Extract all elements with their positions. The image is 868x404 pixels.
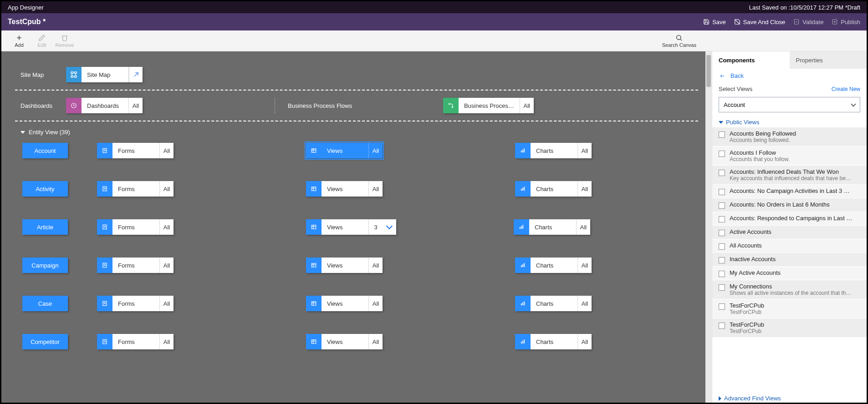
view-checkbox[interactable] — [719, 284, 725, 291]
charts-tile[interactable]: Charts All — [514, 219, 590, 235]
bpf-label: Business Process Flows — [275, 98, 352, 113]
save-button[interactable]: Save — [703, 19, 726, 25]
forms-tile[interactable]: Forms All — [97, 219, 174, 235]
view-checkbox[interactable] — [719, 303, 725, 310]
charts-tile[interactable]: Charts All — [515, 181, 592, 197]
views-tile[interactable]: Views All — [306, 258, 383, 273]
view-item[interactable]: Accounts: No Orders in Last 6 Months — [712, 198, 867, 212]
view-item[interactable]: Inactive Accounts — [712, 253, 867, 267]
sitemap-tile[interactable]: Site Map — [66, 67, 143, 82]
views-tile[interactable]: Views 3 — [306, 219, 396, 235]
view-title: My Connections — [730, 283, 853, 290]
svg-line-6 — [680, 39, 682, 40]
topbar: App Designer Last Saved on :10/5/2017 12… — [1, 1, 867, 13]
view-checkbox[interactable] — [719, 189, 725, 195]
publish-icon — [832, 19, 838, 25]
view-item[interactable]: Accounts: Responded to Campaigns in Last… — [712, 212, 867, 226]
tab-properties[interactable]: Properties — [790, 51, 867, 69]
view-checkbox[interactable] — [719, 170, 725, 176]
charts-all: All — [577, 219, 590, 235]
view-description: Accounts that you follow. — [730, 156, 790, 162]
charts-tile[interactable]: Charts All — [515, 334, 592, 349]
forms-tile[interactable]: Forms All — [97, 181, 174, 197]
view-item[interactable]: My Connections Shows all active instance… — [712, 280, 867, 299]
forms-tile[interactable]: Forms All — [97, 258, 174, 273]
forms-label: Forms — [112, 296, 160, 311]
views-tile[interactable]: Views All — [306, 334, 383, 349]
svg-rect-61 — [524, 301, 525, 305]
views-icon — [306, 219, 322, 235]
entity-tile-case[interactable]: Case — [22, 296, 68, 311]
plus-icon — [15, 34, 23, 41]
svg-rect-69 — [522, 341, 523, 343]
views-label: Views — [322, 181, 369, 197]
public-views-accordion[interactable]: Public Views — [712, 116, 867, 127]
svg-rect-60 — [522, 303, 523, 305]
save-close-icon — [734, 19, 740, 25]
views-tile[interactable]: Views All — [306, 296, 383, 311]
view-item[interactable]: TestForCPub TestForCPub — [712, 299, 867, 318]
view-item[interactable]: All Accounts — [712, 239, 867, 253]
forms-label: Forms — [112, 143, 160, 158]
open-sitemap-arrow[interactable] — [129, 67, 143, 82]
entity-tile-competitor[interactable]: Competitor — [22, 334, 68, 349]
app-title: App Designer — [8, 4, 44, 11]
sitemap-icon — [66, 67, 82, 82]
view-checkbox[interactable] — [719, 271, 725, 277]
views-expand[interactable] — [383, 219, 396, 235]
svg-rect-38 — [311, 225, 316, 229]
views-tile[interactable]: Views All — [306, 181, 383, 197]
svg-point-15 — [449, 103, 449, 104]
forms-icon — [97, 181, 112, 197]
designer-canvas[interactable]: Site Map Site Map Dashboards — [1, 51, 712, 403]
tab-components[interactable]: Components — [712, 51, 790, 69]
forms-tile[interactable]: Forms All — [97, 143, 174, 158]
svg-rect-10 — [74, 76, 77, 77]
view-item[interactable]: Active Accounts — [712, 226, 867, 239]
views-icon — [306, 143, 322, 158]
entity-tile-campaign[interactable]: Campaign — [22, 258, 68, 273]
view-item[interactable]: Accounts I Follow Accounts that you foll… — [712, 146, 867, 166]
view-item[interactable]: My Active Accounts — [712, 267, 867, 280]
views-tile[interactable]: Views All — [306, 143, 383, 158]
forms-tile[interactable]: Forms All — [97, 296, 174, 311]
forms-tile[interactable]: Forms All — [97, 334, 174, 349]
create-new-link[interactable]: Create New — [832, 86, 860, 92]
charts-all: All — [578, 258, 592, 273]
entity-tile-article[interactable]: Article — [22, 219, 68, 235]
search-canvas-button[interactable]: Search Canvas — [662, 34, 696, 48]
view-checkbox[interactable] — [719, 323, 725, 329]
view-checkbox[interactable] — [719, 151, 725, 157]
bpf-tile[interactable]: Business Proces… All — [443, 98, 534, 113]
view-item[interactable]: Accounts Being Followed Accounts being f… — [712, 127, 867, 146]
svg-rect-52 — [524, 263, 525, 267]
dashboards-tile[interactable]: Dashboards All — [66, 98, 143, 113]
view-checkbox[interactable] — [719, 216, 725, 222]
save-and-close-button[interactable]: Save And Close — [734, 19, 786, 25]
entity-select-dropdown[interactable]: Account — [719, 97, 860, 112]
entity-tile-account[interactable]: Account — [22, 143, 68, 158]
view-checkbox[interactable] — [719, 202, 725, 209]
view-checkbox[interactable] — [719, 243, 725, 250]
entity-view-header[interactable]: Entity View (39) — [15, 129, 698, 136]
view-checkbox[interactable] — [719, 131, 725, 138]
view-checkbox[interactable] — [719, 230, 725, 236]
charts-tile[interactable]: Charts All — [515, 258, 592, 273]
add-button[interactable]: Add — [8, 34, 31, 48]
svg-rect-42 — [521, 226, 522, 229]
dashboards-all: All — [129, 98, 143, 113]
advanced-find-accordion[interactable]: Advanced Find Views — [712, 392, 867, 403]
charts-tile[interactable]: Charts All — [515, 296, 592, 311]
view-item[interactable]: Accounts: No Campaign Activities in Last… — [712, 185, 867, 198]
view-item[interactable]: TestForCPub TestForCPub — [712, 318, 867, 338]
validate-button[interactable]: Validate — [793, 19, 823, 25]
canvas-scrollbar[interactable] — [705, 51, 712, 403]
charts-all: All — [578, 143, 592, 158]
chevron-down-icon — [851, 101, 856, 106]
publish-button[interactable]: Publish — [832, 19, 860, 25]
back-link[interactable]: Back — [712, 69, 867, 83]
entity-tile-activity[interactable]: Activity — [22, 181, 68, 197]
charts-tile[interactable]: Charts All — [515, 143, 592, 158]
view-checkbox[interactable] — [719, 257, 725, 263]
view-item[interactable]: Accounts: Influenced Deals That We Won K… — [712, 166, 867, 185]
